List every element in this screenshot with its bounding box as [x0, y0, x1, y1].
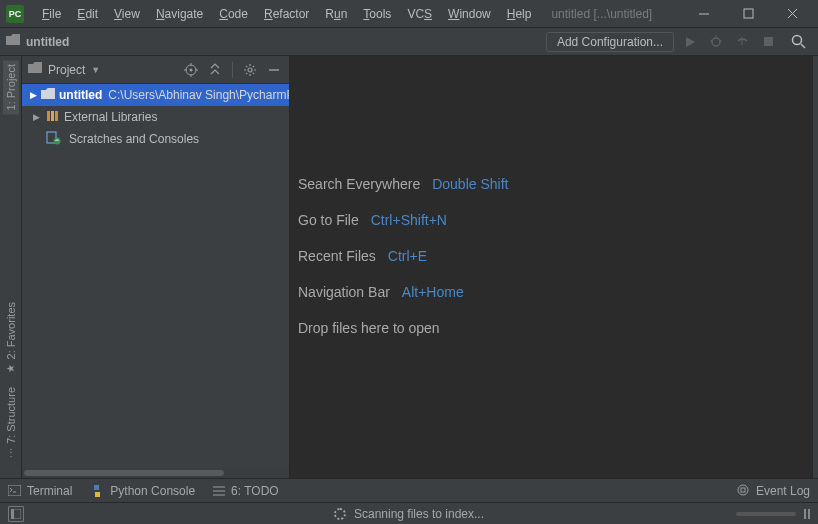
close-button[interactable] [770, 0, 814, 28]
shortcut: Double Shift [432, 176, 508, 192]
terminal-button[interactable]: Terminal [8, 484, 72, 498]
hint-navigation-bar: Navigation Bar Alt+Home [298, 284, 812, 300]
tree-ext-libs-label: External Libraries [64, 110, 157, 124]
project-tree[interactable]: ▶ untitled C:\Users\Abhinav Singh\Pychar… [22, 84, 289, 468]
svg-line-22 [246, 66, 247, 67]
project-panel-header: Project ▼ [22, 56, 289, 84]
svg-rect-32 [8, 485, 21, 496]
progress-bar [736, 512, 796, 516]
stop-icon[interactable] [758, 32, 778, 52]
expand-arrow-icon[interactable]: ▶ [30, 112, 42, 122]
tree-root-path: C:\Users\Abhinav Singh\PycharmProjects\u… [108, 88, 289, 102]
svg-point-4 [712, 38, 720, 46]
locate-icon[interactable] [182, 61, 200, 79]
right-gutter [812, 56, 818, 478]
menu-refactor[interactable]: Refactor [256, 4, 317, 24]
debug-icon[interactable] [706, 32, 726, 52]
svg-rect-1 [744, 9, 753, 18]
event-log-icon [737, 484, 750, 497]
tree-scratches-row[interactable]: Scratches and Consoles [22, 128, 289, 150]
svg-rect-27 [47, 111, 50, 121]
gear-icon[interactable] [241, 61, 259, 79]
svg-line-10 [801, 44, 805, 48]
gutter-favorites-label: 2: Favorites [5, 302, 17, 359]
svg-rect-39 [11, 509, 14, 519]
navigation-bar: untitled Add Configuration... [0, 28, 818, 56]
python-console-label: Python Console [110, 484, 195, 498]
spinner-icon [334, 508, 346, 520]
hint-go-to-file: Go to File Ctrl+Shift+N [298, 212, 812, 228]
svg-line-23 [253, 66, 254, 67]
event-log-button[interactable]: Event Log [737, 484, 810, 498]
main-menu: File Edit View Navigate Code Refactor Ru… [34, 4, 539, 24]
tree-ext-libs-row[interactable]: ▶ External Libraries [22, 106, 289, 128]
gutter-tab-structure[interactable]: ⋮ 7: Structure [3, 383, 19, 462]
python-icon [90, 484, 104, 498]
maximize-button[interactable] [726, 0, 770, 28]
svg-point-9 [792, 36, 801, 45]
menu-navigate[interactable]: Navigate [148, 4, 211, 24]
hide-icon[interactable] [265, 61, 283, 79]
svg-point-31 [54, 137, 61, 144]
tree-scratches-label: Scratches and Consoles [69, 132, 199, 146]
menu-view[interactable]: View [106, 4, 148, 24]
coverage-icon[interactable] [732, 32, 752, 52]
menu-edit[interactable]: Edit [69, 4, 106, 24]
hint-recent-files: Recent Files Ctrl+E [298, 248, 812, 264]
breadcrumb-root[interactable]: untitled [6, 34, 69, 49]
search-icon[interactable] [784, 32, 812, 52]
svg-line-24 [246, 72, 247, 73]
app-icon: PC [6, 5, 24, 23]
svg-rect-37 [741, 488, 745, 492]
expand-arrow-icon[interactable]: ▶ [30, 90, 37, 100]
shortcut: Ctrl+E [388, 248, 427, 264]
terminal-label: Terminal [27, 484, 72, 498]
project-tool-window: Project ▼ ▶ untit [22, 56, 290, 478]
title-bar: PC File Edit View Navigate Code Refactor… [0, 0, 818, 28]
panel-folder-icon [28, 62, 42, 77]
tool-windows-toggle-icon[interactable] [8, 506, 24, 522]
menu-tools[interactable]: Tools [355, 4, 399, 24]
event-log-label: Event Log [756, 484, 810, 498]
library-icon [46, 110, 60, 125]
svg-point-12 [190, 68, 193, 71]
editor-empty-state: Search Everywhere Double Shift Go to Fil… [290, 56, 812, 478]
svg-line-25 [253, 72, 254, 73]
main-area: 1: Project ★ 2: Favorites ⋮ 7: Structure… [0, 56, 818, 478]
tree-root-row[interactable]: ▶ untitled C:\Users\Abhinav Singh\Pychar… [22, 84, 289, 106]
scrollbar-thumb[interactable] [24, 470, 224, 476]
scratches-icon [46, 131, 61, 148]
run-icon[interactable] [680, 32, 700, 52]
menu-vcs[interactable]: VCS [399, 4, 440, 24]
breadcrumb-label: untitled [26, 35, 69, 49]
status-bar: Scanning files to index... [0, 502, 818, 524]
gutter-tab-project[interactable]: 1: Project [3, 60, 19, 114]
python-console-button[interactable]: Python Console [90, 484, 195, 498]
tree-root-name: untitled [59, 88, 102, 102]
todo-button[interactable]: 6: TODO [213, 484, 279, 498]
folder-icon [6, 34, 20, 49]
chevron-down-icon[interactable]: ▼ [91, 65, 100, 75]
menu-help[interactable]: Help [499, 4, 540, 24]
menu-code[interactable]: Code [211, 4, 256, 24]
panel-title-label[interactable]: Project [48, 63, 85, 77]
horizontal-scrollbar[interactable] [22, 468, 289, 478]
folder-icon [41, 88, 55, 103]
add-configuration-button[interactable]: Add Configuration... [546, 32, 674, 52]
svg-rect-28 [51, 111, 54, 121]
divider [232, 62, 233, 78]
collapse-all-icon[interactable] [206, 61, 224, 79]
minimize-button[interactable] [682, 0, 726, 28]
gutter-structure-label: 7: Structure [5, 387, 17, 444]
menu-run[interactable]: Run [317, 4, 355, 24]
menu-file[interactable]: File [34, 4, 69, 24]
shortcut: Ctrl+Shift+N [371, 212, 447, 228]
menu-window[interactable]: Window [440, 4, 499, 24]
gutter-tab-favorites[interactable]: ★ 2: Favorites [3, 298, 19, 378]
left-gutter: 1: Project ★ 2: Favorites ⋮ 7: Structure [0, 56, 22, 478]
shortcut: Alt+Home [402, 284, 464, 300]
bottom-toolbar: Terminal Python Console 6: TODO Event Lo… [0, 478, 818, 502]
terminal-icon [8, 485, 21, 496]
hint-search-everywhere: Search Everywhere Double Shift [298, 176, 812, 192]
pause-icon[interactable] [804, 509, 810, 519]
